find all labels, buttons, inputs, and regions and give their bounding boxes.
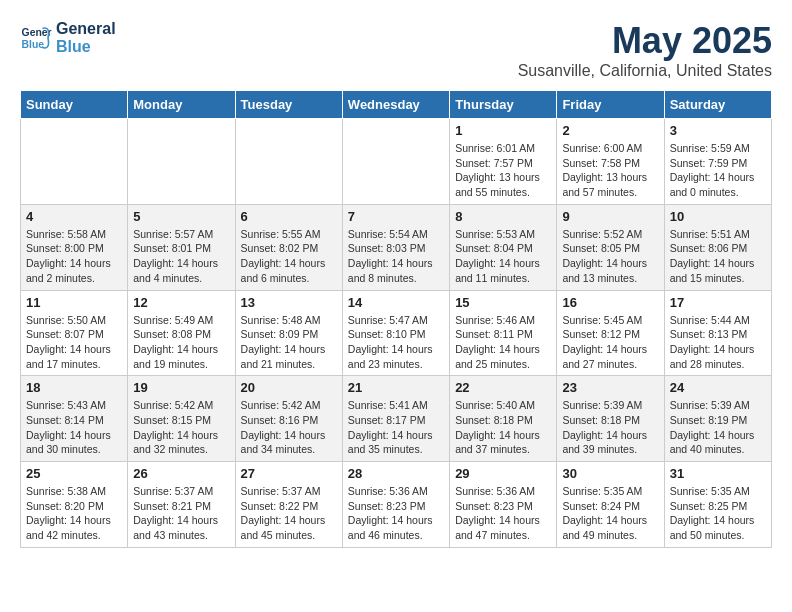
calendar-week-row: 4Sunrise: 5:58 AM Sunset: 8:00 PM Daylig… [21,204,772,290]
calendar-cell: 27Sunrise: 5:37 AM Sunset: 8:22 PM Dayli… [235,462,342,548]
day-number: 20 [241,380,337,395]
calendar-cell: 28Sunrise: 5:36 AM Sunset: 8:23 PM Dayli… [342,462,449,548]
calendar-week-row: 1Sunrise: 6:01 AM Sunset: 7:57 PM Daylig… [21,119,772,205]
calendar-body: 1Sunrise: 6:01 AM Sunset: 7:57 PM Daylig… [21,119,772,548]
day-number: 17 [670,295,766,310]
calendar-cell: 23Sunrise: 5:39 AM Sunset: 8:18 PM Dayli… [557,376,664,462]
day-info: Sunrise: 5:47 AM Sunset: 8:10 PM Dayligh… [348,313,444,372]
calendar-table: SundayMondayTuesdayWednesdayThursdayFrid… [20,90,772,548]
calendar-cell: 5Sunrise: 5:57 AM Sunset: 8:01 PM Daylig… [128,204,235,290]
day-number: 13 [241,295,337,310]
day-number: 28 [348,466,444,481]
day-info: Sunrise: 5:46 AM Sunset: 8:11 PM Dayligh… [455,313,551,372]
day-number: 27 [241,466,337,481]
day-info: Sunrise: 5:40 AM Sunset: 8:18 PM Dayligh… [455,398,551,457]
day-number: 15 [455,295,551,310]
calendar-cell: 11Sunrise: 5:50 AM Sunset: 8:07 PM Dayli… [21,290,128,376]
calendar-cell [21,119,128,205]
day-info: Sunrise: 5:43 AM Sunset: 8:14 PM Dayligh… [26,398,122,457]
day-info: Sunrise: 5:42 AM Sunset: 8:16 PM Dayligh… [241,398,337,457]
calendar-cell [235,119,342,205]
day-info: Sunrise: 5:51 AM Sunset: 8:06 PM Dayligh… [670,227,766,286]
day-number: 11 [26,295,122,310]
title-area: May 2025 Susanville, California, United … [518,20,772,80]
day-number: 9 [562,209,658,224]
logo-general: General [56,20,116,38]
day-number: 24 [670,380,766,395]
day-info: Sunrise: 5:45 AM Sunset: 8:12 PM Dayligh… [562,313,658,372]
day-info: Sunrise: 5:42 AM Sunset: 8:15 PM Dayligh… [133,398,229,457]
page-header: General Blue General Blue May 2025 Susan… [20,20,772,80]
day-info: Sunrise: 5:37 AM Sunset: 8:22 PM Dayligh… [241,484,337,543]
svg-text:Blue: Blue [22,38,45,49]
day-info: Sunrise: 5:41 AM Sunset: 8:17 PM Dayligh… [348,398,444,457]
day-info: Sunrise: 5:55 AM Sunset: 8:02 PM Dayligh… [241,227,337,286]
calendar-cell: 9Sunrise: 5:52 AM Sunset: 8:05 PM Daylig… [557,204,664,290]
calendar-week-row: 25Sunrise: 5:38 AM Sunset: 8:20 PM Dayli… [21,462,772,548]
calendar-day-header: Sunday [21,91,128,119]
day-info: Sunrise: 5:52 AM Sunset: 8:05 PM Dayligh… [562,227,658,286]
day-info: Sunrise: 5:53 AM Sunset: 8:04 PM Dayligh… [455,227,551,286]
day-number: 14 [348,295,444,310]
calendar-day-header: Friday [557,91,664,119]
calendar-cell: 21Sunrise: 5:41 AM Sunset: 8:17 PM Dayli… [342,376,449,462]
calendar-cell: 30Sunrise: 5:35 AM Sunset: 8:24 PM Dayli… [557,462,664,548]
day-number: 22 [455,380,551,395]
day-info: Sunrise: 5:35 AM Sunset: 8:25 PM Dayligh… [670,484,766,543]
day-info: Sunrise: 5:58 AM Sunset: 8:00 PM Dayligh… [26,227,122,286]
calendar-day-header: Wednesday [342,91,449,119]
day-number: 2 [562,123,658,138]
day-number: 29 [455,466,551,481]
day-number: 18 [26,380,122,395]
calendar-cell: 25Sunrise: 5:38 AM Sunset: 8:20 PM Dayli… [21,462,128,548]
page-title: May 2025 [518,20,772,62]
calendar-day-header: Monday [128,91,235,119]
day-info: Sunrise: 5:50 AM Sunset: 8:07 PM Dayligh… [26,313,122,372]
day-info: Sunrise: 5:57 AM Sunset: 8:01 PM Dayligh… [133,227,229,286]
day-info: Sunrise: 6:01 AM Sunset: 7:57 PM Dayligh… [455,141,551,200]
logo-icon: General Blue [20,22,52,54]
day-number: 3 [670,123,766,138]
day-number: 21 [348,380,444,395]
calendar-day-header: Saturday [664,91,771,119]
day-number: 19 [133,380,229,395]
page-subtitle: Susanville, California, United States [518,62,772,80]
calendar-cell: 2Sunrise: 6:00 AM Sunset: 7:58 PM Daylig… [557,119,664,205]
day-info: Sunrise: 5:36 AM Sunset: 8:23 PM Dayligh… [455,484,551,543]
day-number: 6 [241,209,337,224]
day-info: Sunrise: 5:37 AM Sunset: 8:21 PM Dayligh… [133,484,229,543]
day-number: 8 [455,209,551,224]
day-info: Sunrise: 5:49 AM Sunset: 8:08 PM Dayligh… [133,313,229,372]
calendar-cell: 31Sunrise: 5:35 AM Sunset: 8:25 PM Dayli… [664,462,771,548]
day-info: Sunrise: 5:44 AM Sunset: 8:13 PM Dayligh… [670,313,766,372]
day-number: 7 [348,209,444,224]
calendar-day-header: Tuesday [235,91,342,119]
day-number: 16 [562,295,658,310]
calendar-cell: 13Sunrise: 5:48 AM Sunset: 8:09 PM Dayli… [235,290,342,376]
day-number: 1 [455,123,551,138]
logo-blue: Blue [56,38,116,56]
calendar-cell: 17Sunrise: 5:44 AM Sunset: 8:13 PM Dayli… [664,290,771,376]
calendar-cell: 8Sunrise: 5:53 AM Sunset: 8:04 PM Daylig… [450,204,557,290]
day-info: Sunrise: 5:54 AM Sunset: 8:03 PM Dayligh… [348,227,444,286]
day-info: Sunrise: 6:00 AM Sunset: 7:58 PM Dayligh… [562,141,658,200]
day-number: 25 [26,466,122,481]
day-number: 23 [562,380,658,395]
day-info: Sunrise: 5:36 AM Sunset: 8:23 PM Dayligh… [348,484,444,543]
calendar-cell: 3Sunrise: 5:59 AM Sunset: 7:59 PM Daylig… [664,119,771,205]
day-info: Sunrise: 5:35 AM Sunset: 8:24 PM Dayligh… [562,484,658,543]
calendar-cell: 15Sunrise: 5:46 AM Sunset: 8:11 PM Dayli… [450,290,557,376]
calendar-week-row: 18Sunrise: 5:43 AM Sunset: 8:14 PM Dayli… [21,376,772,462]
day-info: Sunrise: 5:38 AM Sunset: 8:20 PM Dayligh… [26,484,122,543]
calendar-cell: 18Sunrise: 5:43 AM Sunset: 8:14 PM Dayli… [21,376,128,462]
calendar-cell [128,119,235,205]
calendar-cell: 16Sunrise: 5:45 AM Sunset: 8:12 PM Dayli… [557,290,664,376]
day-info: Sunrise: 5:48 AM Sunset: 8:09 PM Dayligh… [241,313,337,372]
calendar-cell [342,119,449,205]
calendar-cell: 10Sunrise: 5:51 AM Sunset: 8:06 PM Dayli… [664,204,771,290]
calendar-cell: 6Sunrise: 5:55 AM Sunset: 8:02 PM Daylig… [235,204,342,290]
day-info: Sunrise: 5:39 AM Sunset: 8:18 PM Dayligh… [562,398,658,457]
day-number: 31 [670,466,766,481]
day-number: 10 [670,209,766,224]
calendar-cell: 24Sunrise: 5:39 AM Sunset: 8:19 PM Dayli… [664,376,771,462]
